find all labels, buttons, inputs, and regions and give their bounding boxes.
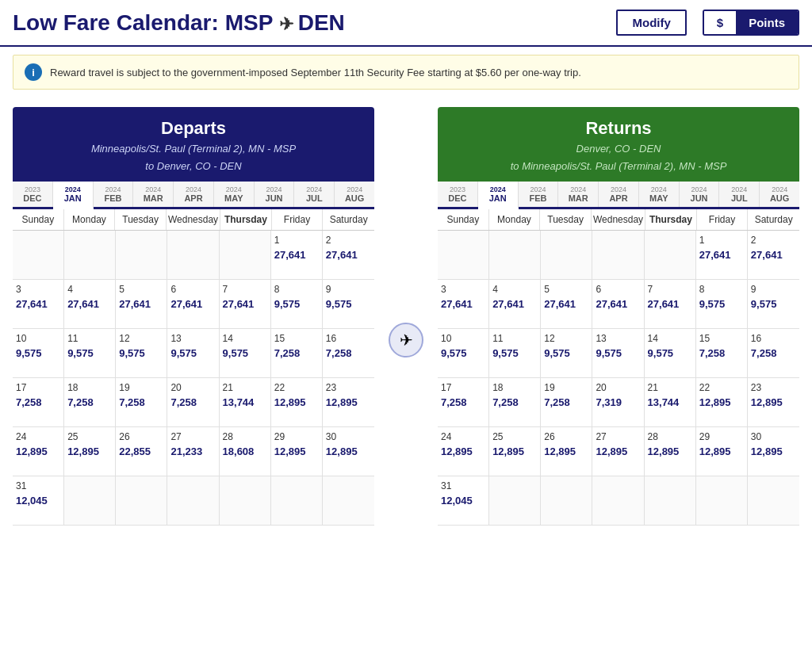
modify-button[interactable]: Modify — [616, 10, 686, 36]
month-tab-aug[interactable]: 2024AUG — [760, 182, 799, 207]
month-tab-mar[interactable]: 2024MAR — [558, 182, 599, 207]
day-number: 14 — [648, 333, 692, 344]
cal-cell[interactable]: 2818,608 — [220, 427, 271, 476]
cal-cell[interactable]: 187,258 — [489, 378, 541, 427]
cal-cell[interactable]: 3012,895 — [748, 427, 799, 476]
cal-cell[interactable]: 167,258 — [748, 329, 799, 378]
cal-cell — [13, 231, 64, 280]
cal-cell[interactable]: 2512,895 — [64, 427, 116, 476]
day-header-saturday: Saturday — [748, 209, 799, 230]
cell-price: 12,895 — [751, 445, 796, 457]
cal-cell[interactable]: 427,641 — [489, 280, 541, 329]
month-tab-may[interactable]: 2024MAY — [214, 182, 255, 207]
month-tab-apr[interactable]: 2024APR — [599, 182, 639, 207]
currency-toggle: $ Points — [703, 10, 799, 36]
cal-cell[interactable]: 2721,233 — [167, 427, 219, 476]
day-number: 30 — [326, 431, 371, 442]
cal-cell[interactable]: 149,575 — [645, 329, 696, 378]
cal-cell[interactable]: 327,641 — [13, 280, 64, 329]
cal-cell[interactable]: 177,258 — [13, 378, 64, 427]
cal-cell[interactable]: 2412,895 — [13, 427, 64, 476]
cal-cell[interactable]: 99,575 — [748, 280, 799, 329]
cal-cell[interactable]: 2212,895 — [271, 378, 323, 427]
cal-cell — [64, 476, 116, 526]
cal-cell[interactable]: 197,258 — [541, 378, 592, 427]
month-tab-aug[interactable]: 2024AUG — [335, 182, 374, 207]
month-tab-feb[interactable]: 2024FEB — [94, 182, 134, 207]
cal-cell[interactable]: 129,575 — [116, 329, 167, 378]
cal-cell[interactable]: 527,641 — [541, 280, 592, 329]
month-tab-dec[interactable]: 2023DEC — [13, 182, 53, 207]
cal-cell[interactable]: 2312,895 — [748, 378, 799, 427]
cal-cell[interactable]: 127,641 — [271, 231, 323, 280]
cal-cell[interactable]: 2912,895 — [696, 427, 748, 476]
cal-cell[interactable]: 327,641 — [438, 280, 489, 329]
cal-cell[interactable]: 2812,895 — [645, 427, 696, 476]
cal-cell[interactable]: 2312,895 — [323, 378, 374, 427]
month-tab-jun[interactable]: 2024JUN — [255, 182, 295, 207]
day-number: 19 — [544, 382, 588, 393]
cal-cell[interactable]: 727,641 — [220, 280, 271, 329]
page-header: Low Fare Calendar: MSP ✈ DEN Modify $ Po… — [0, 0, 812, 47]
cal-cell[interactable]: 427,641 — [64, 280, 116, 329]
cal-cell — [220, 231, 271, 280]
cal-cell[interactable]: 167,258 — [323, 329, 374, 378]
cal-cell[interactable]: 2622,855 — [116, 427, 167, 476]
cal-cell[interactable]: 149,575 — [220, 329, 271, 378]
cal-cell[interactable]: 127,641 — [696, 231, 748, 280]
cal-cell[interactable]: 139,575 — [592, 329, 644, 378]
month-tab-may[interactable]: 2024MAY — [639, 182, 680, 207]
cal-cell[interactable]: 99,575 — [323, 280, 374, 329]
cell-price: 27,641 — [544, 298, 588, 310]
cal-cell[interactable]: 2113,744 — [220, 378, 271, 427]
cal-cell[interactable]: 187,258 — [64, 378, 116, 427]
month-tab-mar[interactable]: 2024MAR — [133, 182, 174, 207]
cal-cell[interactable]: 3112,045 — [438, 476, 489, 526]
month-tab-apr[interactable]: 2024APR — [174, 182, 214, 207]
cal-cell — [220, 476, 271, 526]
cal-cell[interactable]: 119,575 — [489, 329, 541, 378]
cal-cell[interactable]: 2212,895 — [696, 378, 748, 427]
cal-cell[interactable]: 89,575 — [271, 280, 323, 329]
cal-cell[interactable]: 227,641 — [748, 231, 799, 280]
cal-cell[interactable]: 109,575 — [13, 329, 64, 378]
cal-cell[interactable]: 727,641 — [645, 280, 696, 329]
cal-cell[interactable]: 207,258 — [167, 378, 219, 427]
cal-cell[interactable]: 2912,895 — [271, 427, 323, 476]
cal-cell[interactable]: 2512,895 — [489, 427, 541, 476]
cell-price: 12,045 — [441, 495, 485, 507]
cal-cell[interactable]: 627,641 — [167, 280, 219, 329]
cal-cell[interactable]: 2113,744 — [645, 378, 696, 427]
month-tab-jul[interactable]: 2024JUL — [294, 182, 335, 207]
cal-cell[interactable]: 527,641 — [116, 280, 167, 329]
cal-cell[interactable]: 2412,895 — [438, 427, 489, 476]
cal-cell[interactable]: 109,575 — [438, 329, 489, 378]
cal-cell[interactable]: 157,258 — [271, 329, 323, 378]
month-tab-jul[interactable]: 2024JUL — [719, 182, 760, 207]
cal-cell[interactable]: 157,258 — [696, 329, 748, 378]
cal-cell[interactable]: 207,319 — [592, 378, 644, 427]
cal-cell[interactable]: 89,575 — [696, 280, 748, 329]
cal-cell[interactable]: 177,258 — [438, 378, 489, 427]
cal-cell[interactable]: 139,575 — [167, 329, 219, 378]
cal-cell[interactable]: 2712,895 — [592, 427, 644, 476]
dollar-button[interactable]: $ — [704, 11, 736, 34]
month-tab-jan[interactable]: 2024JAN — [478, 182, 519, 209]
cal-cell[interactable]: 129,575 — [541, 329, 592, 378]
cal-cell[interactable]: 3112,045 — [13, 476, 64, 526]
day-number: 5 — [544, 284, 588, 295]
cal-cell[interactable]: 627,641 — [592, 280, 644, 329]
cal-cell[interactable]: 2612,895 — [541, 427, 592, 476]
cal-cell — [167, 476, 219, 526]
cal-cell[interactable]: 197,258 — [116, 378, 167, 427]
month-tab-dec[interactable]: 2023DEC — [438, 182, 478, 207]
month-tab-jun[interactable]: 2024JUN — [680, 182, 720, 207]
day-number: 6 — [596, 284, 640, 295]
month-tab-jan[interactable]: 2024JAN — [53, 182, 94, 209]
cal-cell[interactable]: 3012,895 — [323, 427, 374, 476]
cal-cell[interactable]: 119,575 — [64, 329, 116, 378]
cal-cell[interactable]: 227,641 — [323, 231, 374, 280]
month-tab-feb[interactable]: 2024FEB — [519, 182, 559, 207]
points-button[interactable]: Points — [736, 11, 798, 34]
day-header-monday: Monday — [64, 209, 116, 230]
